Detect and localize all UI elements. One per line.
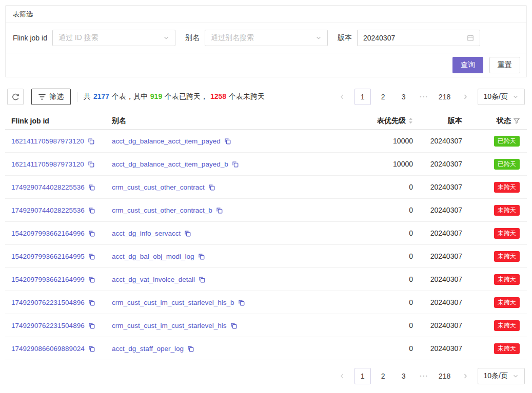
copy-icon[interactable] bbox=[88, 276, 95, 283]
priority-value: 0 bbox=[409, 183, 413, 191]
prev-page-button[interactable] bbox=[334, 89, 350, 105]
prev-page-button[interactable] bbox=[334, 368, 350, 384]
copy-icon[interactable] bbox=[232, 161, 239, 168]
page-button-2[interactable]: 2 bbox=[375, 368, 391, 384]
cell-status: 未跨天 bbox=[462, 205, 520, 216]
copy-icon[interactable] bbox=[198, 253, 205, 260]
column-filter-icon[interactable] bbox=[514, 118, 520, 124]
query-button[interactable]: 查询 bbox=[452, 57, 483, 73]
flink-job-id-link[interactable]: 1542097993662164996 bbox=[11, 230, 85, 237]
cell-priority: 0 bbox=[310, 206, 413, 214]
copy-icon[interactable] bbox=[230, 322, 237, 329]
copy-icon[interactable] bbox=[88, 161, 94, 168]
cell-status: 未跨天 bbox=[462, 251, 520, 262]
alias-select[interactable]: 通过别名搜索 bbox=[205, 30, 328, 46]
refresh-button[interactable] bbox=[7, 89, 24, 105]
copy-icon[interactable] bbox=[184, 230, 191, 237]
column-header-label: 状态 bbox=[497, 116, 511, 126]
column-header-priority[interactable]: 表优先级 bbox=[310, 116, 413, 126]
status-badge: 已跨天 bbox=[494, 136, 520, 147]
flink-job-id-link[interactable]: 1542097993662164995 bbox=[11, 253, 85, 260]
flink-job-id-link[interactable]: 1542097993662164999 bbox=[11, 276, 85, 283]
sort-icon[interactable] bbox=[408, 117, 413, 124]
page-ellipsis[interactable]: ··· bbox=[416, 89, 432, 105]
cell-version: 20240307 bbox=[413, 298, 462, 306]
version-date-value: 20240307 bbox=[363, 34, 467, 42]
version-value: 20240307 bbox=[430, 321, 462, 329]
page-button-1[interactable]: 1 bbox=[354, 89, 371, 105]
next-page-button[interactable] bbox=[457, 89, 474, 105]
cell-alias: acct_dg_balance_acct_item_payed_b bbox=[112, 160, 310, 168]
version-label: 版本 bbox=[338, 33, 352, 43]
copy-icon[interactable] bbox=[88, 230, 95, 237]
copy-icon[interactable] bbox=[208, 184, 215, 191]
next-page-button[interactable] bbox=[457, 368, 474, 384]
version-value: 20240307 bbox=[430, 298, 462, 306]
page-button-2[interactable]: 2 bbox=[375, 89, 391, 105]
alias-link[interactable]: acct_dg_staff_oper_log bbox=[112, 345, 184, 353]
cell-priority: 10000 bbox=[310, 160, 413, 168]
column-header-version: 版本 bbox=[413, 116, 462, 126]
table-row: 1542097993662164996 acct_dg_info_servacc… bbox=[5, 222, 527, 245]
cell-flink-job-id: 1749290866069889024 bbox=[11, 345, 112, 353]
alias-link[interactable]: crm_cust_cust_other_contract_b bbox=[112, 206, 212, 214]
page: 表筛选 Flink job id 通过 ID 搜索 别名 通过别名搜索 版本 bbox=[0, 0, 532, 391]
flink-job-id-link[interactable]: 1749290762231504896 bbox=[11, 322, 85, 329]
flink-job-id-link[interactable]: 1749290744028225536 bbox=[11, 183, 85, 191]
version-date-input[interactable]: 20240307 bbox=[357, 30, 480, 46]
page-button-3[interactable]: 3 bbox=[396, 368, 412, 384]
flink-job-id-link[interactable]: 1621411705987973120 bbox=[11, 160, 84, 168]
copy-icon[interactable] bbox=[88, 299, 95, 306]
priority-value: 10000 bbox=[393, 137, 413, 145]
cell-status: 未跨天 bbox=[462, 182, 520, 193]
copy-icon[interactable] bbox=[199, 276, 205, 283]
copy-icon[interactable] bbox=[88, 253, 95, 260]
filter-toggle-button[interactable]: 筛选 bbox=[31, 89, 71, 105]
alias-link[interactable]: acct_dg_bal_obj_modi_log bbox=[112, 253, 194, 260]
flink-job-id-link[interactable]: 1621411705987973120 bbox=[11, 137, 84, 145]
alias-link[interactable]: acct_dg_balance_acct_item_payed_b bbox=[112, 160, 228, 168]
page-button-last[interactable]: 218 bbox=[437, 89, 453, 105]
page-button-last[interactable]: 218 bbox=[437, 368, 453, 384]
reset-button[interactable]: 重置 bbox=[489, 57, 520, 73]
version-value: 20240307 bbox=[430, 206, 462, 214]
version-value: 20240307 bbox=[430, 160, 462, 168]
page-button-1[interactable]: 1 bbox=[354, 368, 371, 384]
toolbar-divider bbox=[77, 92, 77, 102]
chevron-down-icon bbox=[513, 94, 519, 100]
summary-mid2: 个表已跨天， bbox=[163, 92, 210, 100]
copy-icon[interactable] bbox=[88, 184, 95, 191]
cell-priority: 0 bbox=[310, 275, 413, 283]
copy-icon[interactable] bbox=[88, 345, 95, 352]
alias-link[interactable]: crm_cust_cust_im_cust_starlevel_his bbox=[112, 322, 227, 329]
table-header-row: Flink job id 别名 表优先级 版本 状态 bbox=[5, 112, 527, 130]
page-size-select[interactable]: 10条/页 bbox=[478, 89, 525, 105]
alias-link[interactable]: crm_cust_cust_other_contract bbox=[112, 183, 205, 191]
copy-icon[interactable] bbox=[238, 299, 245, 306]
cell-alias: crm_cust_cust_im_cust_starlevel_his_b bbox=[112, 299, 310, 306]
page-button-3[interactable]: 3 bbox=[396, 89, 412, 105]
page-size-select[interactable]: 10条/页 bbox=[478, 368, 525, 384]
copy-icon[interactable] bbox=[216, 207, 223, 214]
priority-value: 0 bbox=[409, 229, 413, 237]
flink-job-id-label: Flink job id bbox=[13, 34, 47, 42]
table-row: 1621411705987973120 acct_dg_balance_acct… bbox=[5, 130, 527, 153]
alias-link[interactable]: crm_cust_cust_im_cust_starlevel_his_b bbox=[112, 299, 234, 306]
alias-link[interactable]: acct_dg_balance_acct_item_payed bbox=[112, 137, 221, 145]
copy-icon[interactable] bbox=[88, 207, 95, 214]
copy-icon[interactable] bbox=[224, 138, 231, 144]
flink-job-id-link[interactable]: 1749290762231504896 bbox=[11, 299, 85, 306]
copy-icon[interactable] bbox=[88, 138, 94, 144]
copy-icon[interactable] bbox=[88, 322, 95, 329]
cell-flink-job-id: 1542097993662164996 bbox=[11, 230, 112, 237]
alias-link[interactable]: acct_dg_vat_invoice_detail bbox=[112, 276, 195, 283]
cell-status: 未跨天 bbox=[462, 343, 520, 354]
column-header-status[interactable]: 状态 bbox=[462, 116, 520, 126]
flink-job-id-link[interactable]: 1749290866069889024 bbox=[11, 345, 85, 353]
copy-icon[interactable] bbox=[187, 345, 194, 352]
alias-link[interactable]: acct_dg_info_servacct bbox=[112, 230, 181, 237]
page-ellipsis[interactable]: ··· bbox=[416, 368, 432, 384]
flink-job-id-select[interactable]: 通过 ID 搜索 bbox=[52, 30, 175, 46]
flink-job-id-link[interactable]: 1749290744028225536 bbox=[11, 206, 85, 214]
column-header-label: 表优先级 bbox=[377, 116, 406, 126]
